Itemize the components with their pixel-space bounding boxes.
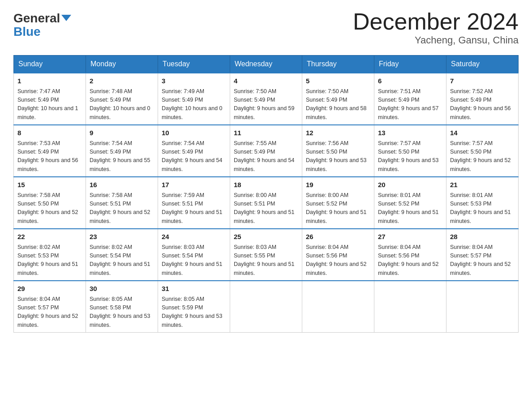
- day-info: Sunrise: 8:02 AMSunset: 5:54 PMDaylight:…: [90, 243, 154, 278]
- calendar-cell: 19Sunrise: 8:00 AMSunset: 5:52 PMDayligh…: [302, 177, 374, 229]
- day-number: 11: [234, 128, 298, 138]
- calendar-cell: 25Sunrise: 8:03 AMSunset: 5:55 PMDayligh…: [230, 229, 302, 281]
- day-number: 16: [90, 180, 154, 190]
- day-number: 23: [90, 232, 154, 242]
- day-number: 7: [450, 76, 515, 86]
- calendar-cell: 26Sunrise: 8:04 AMSunset: 5:56 PMDayligh…: [302, 229, 374, 281]
- calendar-cell: 27Sunrise: 8:04 AMSunset: 5:56 PMDayligh…: [374, 229, 446, 281]
- day-number: 14: [450, 128, 515, 138]
- calendar-week-row: 29Sunrise: 8:04 AMSunset: 5:57 PMDayligh…: [14, 281, 519, 333]
- day-number: 28: [450, 232, 515, 242]
- day-number: 12: [306, 128, 370, 138]
- calendar-week-row: 1Sunrise: 7:47 AMSunset: 5:49 PMDaylight…: [14, 73, 519, 125]
- calendar-cell: [302, 281, 374, 333]
- day-number: 2: [90, 76, 154, 86]
- day-number: 29: [17, 284, 82, 294]
- day-info: Sunrise: 7:48 AMSunset: 5:49 PMDaylight:…: [90, 87, 154, 122]
- calendar-cell: 29Sunrise: 8:04 AMSunset: 5:57 PMDayligh…: [14, 281, 86, 333]
- logo-blue-text: Blue: [13, 25, 41, 39]
- day-info: Sunrise: 8:04 AMSunset: 5:56 PMDaylight:…: [378, 243, 442, 278]
- calendar-cell: 30Sunrise: 8:05 AMSunset: 5:58 PMDayligh…: [86, 281, 158, 333]
- day-info: Sunrise: 8:01 AMSunset: 5:53 PMDaylight:…: [450, 191, 515, 226]
- month-title: December 2024: [353, 9, 519, 34]
- day-number: 1: [17, 76, 82, 86]
- day-number: 5: [306, 76, 370, 86]
- day-info: Sunrise: 8:04 AMSunset: 5:57 PMDaylight:…: [450, 243, 515, 278]
- calendar-cell: 5Sunrise: 7:50 AMSunset: 5:49 PMDaylight…: [302, 73, 374, 125]
- day-info: Sunrise: 7:55 AMSunset: 5:49 PMDaylight:…: [234, 139, 298, 174]
- calendar-cell: 23Sunrise: 8:02 AMSunset: 5:54 PMDayligh…: [86, 229, 158, 281]
- calendar-cell: 7Sunrise: 7:52 AMSunset: 5:49 PMDaylight…: [446, 73, 519, 125]
- day-info: Sunrise: 8:02 AMSunset: 5:53 PMDaylight:…: [17, 243, 82, 278]
- day-number: 15: [17, 180, 82, 190]
- location-subtitle: Yacheng, Gansu, China: [353, 34, 519, 46]
- day-info: Sunrise: 8:04 AMSunset: 5:57 PMDaylight:…: [17, 295, 82, 330]
- calendar-cell: [230, 281, 302, 333]
- day-info: Sunrise: 7:54 AMSunset: 5:49 PMDaylight:…: [162, 139, 226, 174]
- day-info: Sunrise: 7:50 AMSunset: 5:49 PMDaylight:…: [234, 87, 298, 122]
- calendar-cell: 13Sunrise: 7:57 AMSunset: 5:50 PMDayligh…: [374, 125, 446, 177]
- day-info: Sunrise: 7:50 AMSunset: 5:49 PMDaylight:…: [306, 87, 370, 122]
- calendar-cell: 4Sunrise: 7:50 AMSunset: 5:49 PMDaylight…: [230, 73, 302, 125]
- calendar-cell: 10Sunrise: 7:54 AMSunset: 5:49 PMDayligh…: [158, 125, 230, 177]
- day-number: 17: [162, 180, 226, 190]
- weekday-header-tuesday: Tuesday: [158, 56, 230, 73]
- day-info: Sunrise: 8:05 AMSunset: 5:58 PMDaylight:…: [90, 295, 154, 330]
- day-number: 18: [234, 180, 298, 190]
- weekday-header-saturday: Saturday: [446, 56, 519, 73]
- calendar-cell: 18Sunrise: 8:00 AMSunset: 5:51 PMDayligh…: [230, 177, 302, 229]
- day-number: 22: [17, 232, 82, 242]
- calendar-table: SundayMondayTuesdayWednesdayThursdayFrid…: [13, 55, 519, 333]
- calendar-cell: 28Sunrise: 8:04 AMSunset: 5:57 PMDayligh…: [446, 229, 519, 281]
- day-number: 25: [234, 232, 298, 242]
- logo: General Blue: [13, 9, 71, 39]
- logo-triangle-icon: [61, 15, 71, 21]
- day-number: 21: [450, 180, 515, 190]
- day-info: Sunrise: 8:00 AMSunset: 5:52 PMDaylight:…: [306, 191, 370, 226]
- calendar-week-row: 22Sunrise: 8:02 AMSunset: 5:53 PMDayligh…: [14, 229, 519, 281]
- day-number: 13: [378, 128, 442, 138]
- day-info: Sunrise: 8:05 AMSunset: 5:59 PMDaylight:…: [162, 295, 226, 330]
- day-info: Sunrise: 7:47 AMSunset: 5:49 PMDaylight:…: [17, 87, 82, 122]
- day-number: 9: [90, 128, 154, 138]
- page-header: General Blue December 2024 Yacheng, Gans…: [13, 9, 519, 46]
- day-info: Sunrise: 7:54 AMSunset: 5:49 PMDaylight:…: [90, 139, 154, 174]
- calendar-cell: 24Sunrise: 8:03 AMSunset: 5:54 PMDayligh…: [158, 229, 230, 281]
- weekday-header-friday: Friday: [374, 56, 446, 73]
- calendar-week-row: 15Sunrise: 7:58 AMSunset: 5:50 PMDayligh…: [14, 177, 519, 229]
- calendar-cell: 6Sunrise: 7:51 AMSunset: 5:49 PMDaylight…: [374, 73, 446, 125]
- calendar-cell: 16Sunrise: 7:58 AMSunset: 5:51 PMDayligh…: [86, 177, 158, 229]
- day-number: 4: [234, 76, 298, 86]
- calendar-cell: [446, 281, 519, 333]
- day-info: Sunrise: 7:57 AMSunset: 5:50 PMDaylight:…: [378, 139, 442, 174]
- calendar-cell: 22Sunrise: 8:02 AMSunset: 5:53 PMDayligh…: [14, 229, 86, 281]
- day-info: Sunrise: 7:58 AMSunset: 5:51 PMDaylight:…: [90, 191, 154, 226]
- day-info: Sunrise: 7:51 AMSunset: 5:49 PMDaylight:…: [378, 87, 442, 122]
- calendar-cell: 1Sunrise: 7:47 AMSunset: 5:49 PMDaylight…: [14, 73, 86, 125]
- calendar-cell: 14Sunrise: 7:57 AMSunset: 5:50 PMDayligh…: [446, 125, 519, 177]
- day-info: Sunrise: 7:59 AMSunset: 5:51 PMDaylight:…: [162, 191, 226, 226]
- calendar-cell: 20Sunrise: 8:01 AMSunset: 5:52 PMDayligh…: [374, 177, 446, 229]
- calendar-cell: 15Sunrise: 7:58 AMSunset: 5:50 PMDayligh…: [14, 177, 86, 229]
- weekday-header-sunday: Sunday: [14, 56, 86, 73]
- day-info: Sunrise: 7:58 AMSunset: 5:50 PMDaylight:…: [17, 191, 82, 226]
- calendar-cell: 11Sunrise: 7:55 AMSunset: 5:49 PMDayligh…: [230, 125, 302, 177]
- calendar-header-row: SundayMondayTuesdayWednesdayThursdayFrid…: [14, 56, 519, 73]
- day-info: Sunrise: 8:04 AMSunset: 5:56 PMDaylight:…: [306, 243, 370, 278]
- day-number: 30: [90, 284, 154, 294]
- day-info: Sunrise: 7:56 AMSunset: 5:50 PMDaylight:…: [306, 139, 370, 174]
- day-info: Sunrise: 8:03 AMSunset: 5:55 PMDaylight:…: [234, 243, 298, 278]
- calendar-cell: 17Sunrise: 7:59 AMSunset: 5:51 PMDayligh…: [158, 177, 230, 229]
- weekday-header-monday: Monday: [86, 56, 158, 73]
- day-info: Sunrise: 7:53 AMSunset: 5:49 PMDaylight:…: [17, 139, 82, 174]
- weekday-header-wednesday: Wednesday: [230, 56, 302, 73]
- day-info: Sunrise: 8:01 AMSunset: 5:52 PMDaylight:…: [378, 191, 442, 226]
- calendar-cell: 2Sunrise: 7:48 AMSunset: 5:49 PMDaylight…: [86, 73, 158, 125]
- calendar-cell: 9Sunrise: 7:54 AMSunset: 5:49 PMDaylight…: [86, 125, 158, 177]
- title-block: December 2024 Yacheng, Gansu, China: [353, 9, 519, 46]
- weekday-header-thursday: Thursday: [302, 56, 374, 73]
- calendar-cell: 31Sunrise: 8:05 AMSunset: 5:59 PMDayligh…: [158, 281, 230, 333]
- day-number: 3: [162, 76, 226, 86]
- calendar-cell: 8Sunrise: 7:53 AMSunset: 5:49 PMDaylight…: [14, 125, 86, 177]
- calendar-cell: [374, 281, 446, 333]
